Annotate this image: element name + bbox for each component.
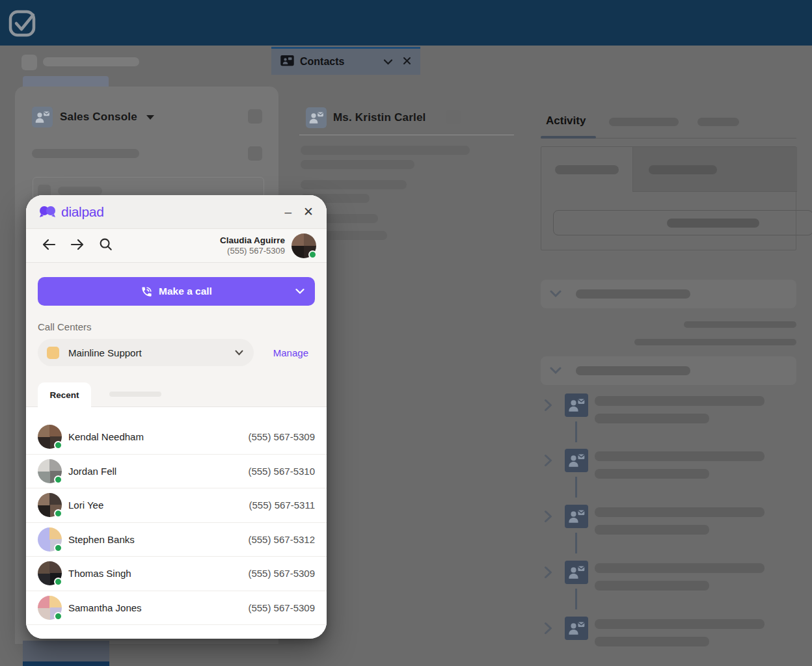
composer-input[interactable] bbox=[553, 210, 812, 235]
placeholder-pill bbox=[595, 637, 709, 646]
phone-call-icon bbox=[141, 286, 153, 298]
contact-card-icon bbox=[565, 617, 588, 643]
chevron-down-icon[interactable] bbox=[383, 56, 393, 68]
divider bbox=[299, 135, 514, 135]
tab-placeholder[interactable] bbox=[109, 392, 161, 397]
chevron-right-icon[interactable] bbox=[544, 622, 552, 637]
chevron-down-icon[interactable] bbox=[295, 289, 304, 295]
recent-contact-row[interactable]: Kendal Needham (555) 567-5309 bbox=[26, 420, 327, 455]
recent-contact-row[interactable]: Stephen Banks (555) 567-5312 bbox=[26, 523, 327, 557]
timeline-item[interactable] bbox=[541, 393, 812, 449]
contact-phone: (555) 567-5312 bbox=[248, 534, 315, 545]
dialpad-logo: dialpad bbox=[39, 204, 104, 220]
collapsible-section[interactable] bbox=[541, 356, 796, 385]
contact-name: Kendal Needham bbox=[68, 431, 144, 442]
search-icon[interactable] bbox=[99, 237, 113, 254]
avatar bbox=[291, 233, 316, 258]
placeholder-pill bbox=[576, 366, 690, 375]
tab-label: Contacts bbox=[300, 56, 344, 68]
make-a-call-label: Make a call bbox=[159, 286, 212, 297]
contact-card-icon bbox=[565, 393, 588, 420]
timeline-item[interactable] bbox=[541, 449, 812, 505]
avatar bbox=[38, 493, 62, 517]
timeline-item[interactable] bbox=[541, 561, 812, 617]
placeholder-pill bbox=[576, 289, 690, 299]
brand-wordmark: dialpad bbox=[61, 204, 104, 220]
contact-phone: (555) 567-5311 bbox=[249, 500, 315, 511]
call-center-select[interactable]: Mainline Support bbox=[38, 339, 254, 366]
recent-contact-row[interactable]: Jordan Fell (555) 567-5310 bbox=[26, 455, 327, 489]
presence-indicator bbox=[54, 509, 62, 518]
timeline-item[interactable] bbox=[541, 505, 812, 561]
composer-tab[interactable] bbox=[632, 147, 797, 192]
call-centers-label: Call Centers bbox=[38, 321, 315, 332]
widget-titlebar: dialpad – ✕ bbox=[26, 195, 327, 229]
presence-indicator bbox=[54, 578, 62, 586]
contact-phone: (555) 567-5309 bbox=[248, 602, 315, 613]
timeline-item[interactable] bbox=[541, 617, 812, 666]
placeholder-pill bbox=[595, 396, 765, 406]
placeholder-pill bbox=[609, 118, 679, 126]
check-logo-icon bbox=[7, 7, 39, 42]
manage-link[interactable]: Manage bbox=[273, 347, 308, 358]
forward-icon[interactable] bbox=[70, 238, 85, 254]
placeholder-pill bbox=[634, 339, 796, 345]
chevron-down-icon bbox=[235, 350, 243, 356]
contact-phone: (555) 567-5309 bbox=[248, 431, 315, 442]
contact-card-icon bbox=[280, 55, 294, 69]
placeholder-pill bbox=[667, 219, 759, 228]
placeholder-square bbox=[21, 55, 37, 70]
recent-contact-row[interactable]: Thomas Singh (555) 567-5309 bbox=[26, 557, 327, 591]
contact-phone: (555) 567-5309 bbox=[248, 568, 315, 579]
avatar bbox=[38, 596, 62, 620]
placeholder-pill bbox=[649, 165, 717, 174]
placeholder-pill bbox=[595, 563, 765, 573]
recent-contact-row[interactable]: Lori Yee (555) 567-5311 bbox=[26, 488, 327, 523]
top-navy-bar bbox=[0, 0, 812, 46]
minimize-icon[interactable]: – bbox=[285, 206, 292, 218]
contact-card-icon bbox=[565, 505, 588, 531]
chevron-right-icon[interactable] bbox=[544, 399, 552, 414]
chevron-right-icon[interactable] bbox=[544, 454, 552, 470]
placeholder-pill bbox=[58, 187, 102, 195]
contact-card-icon bbox=[306, 107, 327, 128]
contact-phone: (555) 567-5310 bbox=[248, 466, 315, 477]
call-center-color-swatch bbox=[47, 347, 59, 359]
contact-card-icon bbox=[565, 449, 588, 475]
recent-contacts-list: Kendal Needham (555) 567-5309 Jordan Fel… bbox=[26, 407, 327, 639]
current-user[interactable]: Claudia Aguirre (555) 567-5309 bbox=[220, 233, 316, 258]
avatar bbox=[38, 561, 62, 585]
tab-activity[interactable]: Activity bbox=[546, 114, 586, 127]
chevron-right-icon[interactable] bbox=[544, 510, 552, 526]
back-icon[interactable] bbox=[42, 238, 56, 254]
app-title[interactable]: Sales Console bbox=[60, 111, 154, 124]
screen: Sales Console Contacts Ms. Kristin Carle… bbox=[0, 0, 812, 666]
collapsible-section[interactable] bbox=[541, 280, 796, 308]
presence-indicator bbox=[54, 544, 62, 552]
placeholder-pill bbox=[32, 149, 139, 158]
placeholder-pill bbox=[595, 525, 709, 535]
tab-contacts[interactable]: Contacts bbox=[271, 47, 420, 75]
close-tab-icon[interactable] bbox=[403, 56, 411, 68]
timeline-connector bbox=[575, 589, 577, 609]
contact-name: Lori Yee bbox=[68, 500, 103, 511]
make-a-call-button[interactable]: Make a call bbox=[38, 277, 315, 306]
timeline-connector bbox=[575, 533, 577, 553]
placeholder-pill bbox=[301, 160, 414, 169]
placeholder-pill bbox=[301, 146, 470, 155]
contact-name: Thomas Singh bbox=[68, 568, 131, 579]
placeholder-square bbox=[248, 146, 262, 161]
contact-name: Jordan Fell bbox=[68, 466, 116, 477]
tab-recent[interactable]: Recent bbox=[38, 382, 91, 407]
timeline-connector bbox=[575, 477, 577, 498]
presence-indicator bbox=[54, 612, 62, 620]
chevron-right-icon[interactable] bbox=[544, 566, 552, 581]
placeholder-square bbox=[446, 110, 461, 124]
contact-card-icon bbox=[32, 107, 53, 127]
active-tab-underline bbox=[541, 136, 596, 139]
close-icon[interactable]: ✕ bbox=[303, 206, 314, 218]
recent-contact-row[interactable]: Samantha Jones (555) 567-5309 bbox=[26, 591, 327, 626]
placeholder-pill bbox=[595, 451, 765, 461]
contact-card-icon bbox=[565, 561, 588, 587]
presence-indicator bbox=[308, 250, 317, 259]
